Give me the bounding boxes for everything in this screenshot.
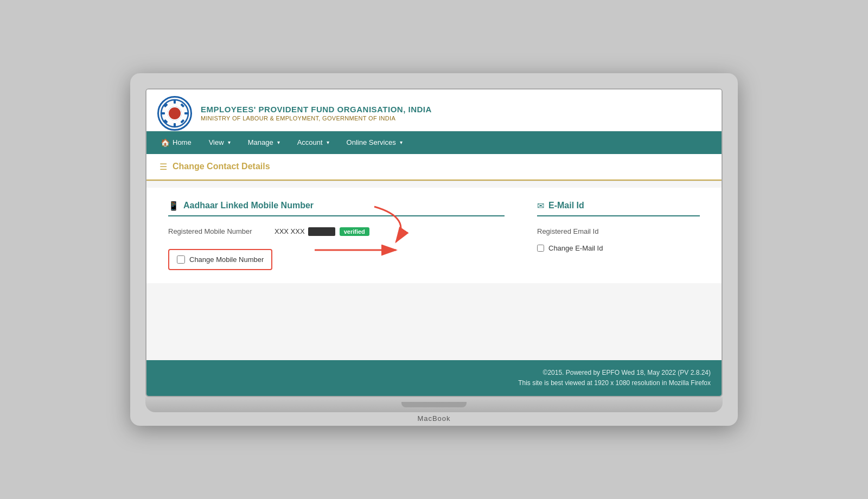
change-email-row[interactable]: Change E-Mail Id (537, 244, 700, 252)
hamburger-icon: ☰ (159, 162, 167, 172)
view-arrow-icon: ▾ (228, 139, 231, 145)
page-header: ☰ Change Contact Details (146, 154, 722, 181)
main-navbar: 🏠 Home View ▾ Manage ▾ Account ▾ Online … (146, 131, 722, 154)
svg-point-9 (168, 106, 182, 120)
nav-manage[interactable]: Manage ▾ (239, 131, 289, 154)
footer-line1: ©2015. Powered by EPFO Wed 18, May 2022 … (157, 368, 711, 378)
mobile-section-title: Aadhaar Linked Mobile Number (183, 201, 314, 210)
header-divider (146, 181, 722, 181)
svg-rect-2 (174, 123, 176, 127)
svg-point-0 (161, 100, 188, 127)
change-email-checkbox[interactable] (537, 245, 544, 252)
content-area: ☰ Change Contact Details 📱 Aadhaar Linke… (146, 154, 722, 360)
verified-badge: verified (340, 227, 369, 236)
change-mobile-label: Change Mobile Number (189, 255, 264, 264)
svg-point-10 (169, 108, 180, 119)
footer-line2: This site is best viewed at 1920 x 1080 … (157, 378, 711, 388)
laptop-notch (401, 402, 467, 407)
nav-online-services-label: Online Services (347, 138, 396, 146)
mobile-icon: 📱 (168, 201, 179, 211)
svg-rect-1 (174, 100, 176, 104)
masked-block (308, 227, 335, 236)
org-name: EMPLOYEES' PROVIDENT FUND ORGANISATION, … (201, 105, 432, 114)
svg-rect-4 (184, 112, 188, 114)
logo-svg: ✦ (160, 99, 189, 128)
mobile-field-label: Registered Mobile Number (168, 227, 266, 235)
org-logo: ✦ (157, 96, 192, 131)
laptop-frame: ✦ EMPLOYEES' PROVIDENT FUND ORGANISATION… (130, 73, 738, 426)
online-services-arrow-icon: ▾ (400, 139, 403, 145)
nav-online-services[interactable]: Online Services ▾ (338, 131, 411, 154)
header-text-block: EMPLOYEES' PROVIDENT FUND ORGANISATION, … (201, 105, 432, 121)
mobile-field-value: XXX XXX verified (275, 227, 369, 236)
screen: ✦ EMPLOYEES' PROVIDENT FUND ORGANISATION… (145, 88, 723, 397)
svg-rect-3 (161, 112, 165, 114)
mobile-field-row: Registered Mobile Number XXX XXX verifie… (168, 227, 505, 236)
email-section: ✉ E-Mail Id Registered Email Id Change E… (537, 201, 700, 270)
change-mobile-checkbox[interactable] (177, 255, 185, 264)
email-icon: ✉ (537, 201, 544, 211)
email-section-header: ✉ E-Mail Id (537, 201, 700, 216)
change-mobile-checkbox-row[interactable]: Change Mobile Number (168, 249, 272, 270)
account-arrow-icon: ▾ (327, 139, 329, 145)
change-email-label: Change E-Mail Id (548, 244, 603, 252)
nav-home-label: Home (173, 138, 192, 146)
manage-arrow-icon: ▾ (277, 139, 280, 145)
page-title: Change Contact Details (173, 162, 270, 171)
nav-view-label: View (209, 138, 224, 146)
logo-inner: ✦ (159, 98, 190, 129)
email-section-title: E-Mail Id (548, 201, 584, 210)
nav-view[interactable]: View ▾ (200, 131, 239, 154)
nav-home[interactable]: 🏠 Home (152, 131, 200, 154)
site-header: ✦ EMPLOYEES' PROVIDENT FUND ORGANISATION… (146, 89, 722, 131)
nav-manage-label: Manage (248, 138, 273, 146)
mobile-section-header: 📱 Aadhaar Linked Mobile Number (168, 201, 505, 216)
annotation-area: Change Mobile Number (168, 245, 272, 270)
svg-point-11 (172, 111, 177, 116)
email-field-row: Registered Email Id (537, 227, 700, 235)
masked-number: XXX XXX (275, 227, 335, 236)
nav-account[interactable]: Account ▾ (289, 131, 338, 154)
ministry-name: MINISTRY OF LABOUR & EMPLOYMENT, GOVERNM… (201, 115, 432, 121)
macbook-label: MacBook (145, 412, 723, 426)
svg-text:✦: ✦ (173, 111, 177, 117)
mobile-section: 📱 Aadhaar Linked Mobile Number Registere… (168, 201, 505, 270)
columns-wrapper: 📱 Aadhaar Linked Mobile Number Registere… (168, 201, 700, 270)
site-footer: ©2015. Powered by EPFO Wed 18, May 2022 … (146, 360, 722, 396)
email-field-label: Registered Email Id (537, 227, 618, 235)
laptop-base (145, 397, 723, 412)
main-section: 📱 Aadhaar Linked Mobile Number Registere… (146, 188, 722, 283)
nav-account-label: Account (297, 138, 323, 146)
home-icon: 🏠 (161, 138, 170, 147)
